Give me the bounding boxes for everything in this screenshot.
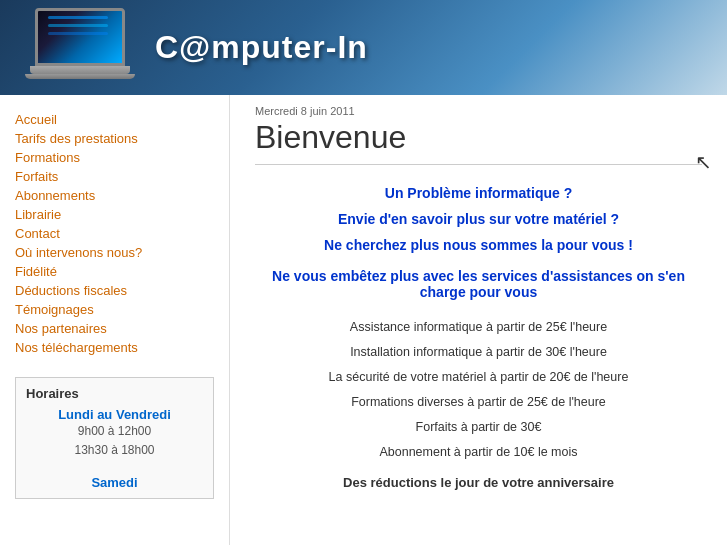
footer-note: Des réductions le jour de votre annivers… xyxy=(255,475,702,490)
sidebar: Accueil Tarifs des prestations Formation… xyxy=(0,95,230,545)
nav-temoignages[interactable]: Témoignages xyxy=(15,300,214,319)
service-item: Assistance informatique à partir de 25€ … xyxy=(255,315,702,340)
nav-abonnements[interactable]: Abonnements xyxy=(15,186,214,205)
nav-contact[interactable]: Contact xyxy=(15,224,214,243)
date-text: Mercredi 8 juin 2011 xyxy=(255,105,702,117)
main-container: Accueil Tarifs des prestations Formation… xyxy=(0,95,727,545)
service-item: Forfaits à partir de 30€ xyxy=(255,415,702,440)
main-nav: Accueil Tarifs des prestations Formation… xyxy=(15,110,214,357)
site-header: C@mputer-In xyxy=(0,0,727,95)
page-title: Bienvenue xyxy=(255,119,702,165)
promo-line1: Un Problème informatique ? xyxy=(255,185,702,201)
promo-line2: Envie d'en savoir plus sur votre matérie… xyxy=(255,211,702,227)
main-content: ↖ Mercredi 8 juin 2011 Bienvenue Un Prob… xyxy=(230,95,727,545)
services-list: Assistance informatique à partir de 25€ … xyxy=(255,315,702,465)
promo-line3: Ne cherchez plus nous sommes la pour vou… xyxy=(255,237,702,253)
nav-deductions[interactable]: Déductions fiscales xyxy=(15,281,214,300)
nav-forfaits[interactable]: Forfaits xyxy=(15,167,214,186)
promo-line4: Ne vous embêtez plus avec les services d… xyxy=(255,268,702,300)
horaires-saturday-label: Samedi xyxy=(26,475,203,490)
nav-accueil[interactable]: Accueil xyxy=(15,110,214,129)
laptop-icon xyxy=(20,8,140,88)
service-item: Formations diverses à partir de 25€ de l… xyxy=(255,390,702,415)
nav-partenaires[interactable]: Nos partenaires xyxy=(15,319,214,338)
nav-librairie[interactable]: Librairie xyxy=(15,205,214,224)
logo-area: C@mputer-In xyxy=(20,8,368,88)
cursor-icon: ↖ xyxy=(695,150,712,174)
nav-formations[interactable]: Formations xyxy=(15,148,214,167)
horaires-weekday-hours: 9h00 à 12h00 13h30 à 18h00 xyxy=(26,422,203,460)
horaires-weekday-label: Lundi au Vendredi xyxy=(26,407,203,422)
service-item: La sécurité de votre matériel à partir d… xyxy=(255,365,702,390)
service-item: Installation informatique à partir de 30… xyxy=(255,340,702,365)
service-item: Abonnement à partir de 10€ le mois xyxy=(255,440,702,465)
horaires-box: Horaires Lundi au Vendredi 9h00 à 12h00 … xyxy=(15,377,214,499)
horaires-title: Horaires xyxy=(26,386,203,401)
nav-telechargements[interactable]: Nos téléchargements xyxy=(15,338,214,357)
nav-fidelite[interactable]: Fidélité xyxy=(15,262,214,281)
nav-tarifs[interactable]: Tarifs des prestations xyxy=(15,129,214,148)
nav-ou[interactable]: Où intervenons nous? xyxy=(15,243,214,262)
site-title: C@mputer-In xyxy=(155,29,368,66)
